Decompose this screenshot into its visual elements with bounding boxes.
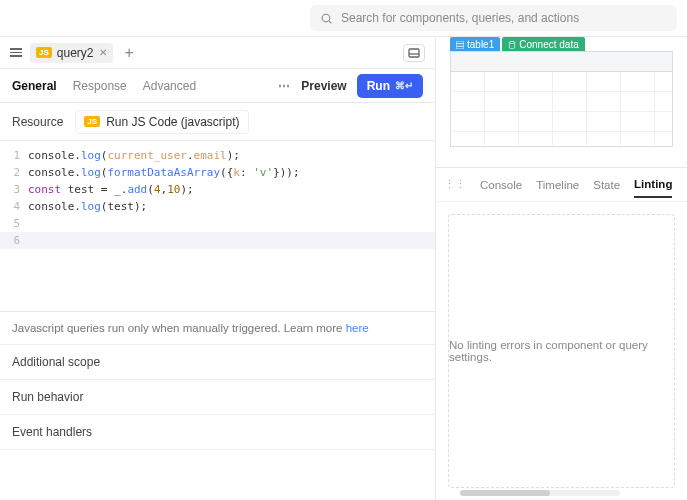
section-event-handlers[interactable]: Event handlers [0,415,435,450]
resource-selector[interactable]: JS Run JS Code (javascript) [75,110,248,134]
grip-icon: ⋮⋮ [444,178,466,191]
devtab-state[interactable]: State [593,179,620,191]
line-number: 5 [0,215,28,232]
devtab-linting[interactable]: Linting [634,178,672,198]
component-tag-label: table1 [467,39,494,50]
preview-button[interactable]: Preview [301,79,346,93]
section-run-behavior[interactable]: Run behavior [0,380,435,415]
table-component[interactable] [450,51,673,147]
tab-advanced[interactable]: Advanced [143,79,196,93]
query-tab[interactable]: JS query2 ✕ [30,43,113,63]
section-additional-scope[interactable]: Additional scope [0,345,435,380]
add-tab-button[interactable]: + [121,44,138,62]
global-search[interactable] [310,5,677,31]
run-shortcut: ⌘↵ [395,80,413,91]
component-tag-table1[interactable]: table1 [450,37,500,52]
svg-rect-2 [409,49,419,57]
resource-value: Run JS Code (javascript) [106,115,239,129]
panel-menu-button[interactable] [10,48,22,57]
devtab-timeline[interactable]: Timeline [536,179,579,191]
line-number: 3 [0,181,28,198]
tab-general[interactable]: General [12,79,57,93]
devtab-console[interactable]: Console [480,179,522,191]
connect-data-label: Connect data [519,39,579,50]
table-header [451,52,672,72]
linting-empty-state: No linting errors in component or query … [448,214,675,488]
more-menu-button[interactable]: ⋯ [278,79,291,93]
learn-more-link[interactable]: here [346,322,369,334]
line-number: 1 [0,147,28,164]
connect-data-button[interactable]: Connect data [502,37,585,52]
search-input[interactable] [341,11,667,25]
run-button-label: Run [367,79,390,93]
info-message: Javascript queries run only when manuall… [0,312,435,345]
code-editor[interactable]: 1console.log(current_user.email); 2conso… [0,141,435,311]
query-tab-label: query2 [57,46,94,60]
resource-label: Resource [12,115,63,129]
svg-point-7 [510,41,515,43]
table-icon [456,41,464,49]
collapse-panel-button[interactable] [403,44,425,62]
line-number: 2 [0,164,28,181]
js-badge-icon: JS [84,116,100,127]
run-button[interactable]: Run ⌘↵ [357,74,423,98]
tab-response[interactable]: Response [73,79,127,93]
svg-line-1 [329,21,331,23]
database-icon [508,41,516,49]
collapse-icon [408,48,420,58]
close-tab-button[interactable]: ✕ [99,47,107,58]
js-badge-icon: JS [36,47,52,58]
svg-point-0 [322,14,330,22]
line-number: 4 [0,198,28,215]
search-icon [320,12,333,25]
horizontal-scrollbar[interactable] [460,490,620,498]
svg-rect-4 [456,41,464,49]
line-number: 6 [0,232,28,249]
